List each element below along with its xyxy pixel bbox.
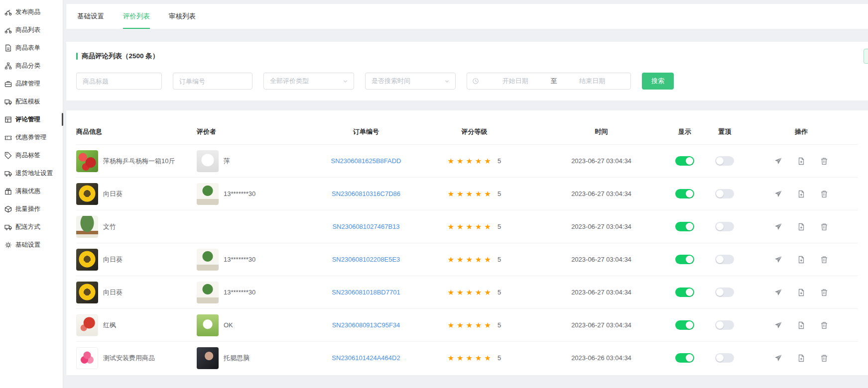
file-add-icon[interactable] xyxy=(797,289,805,296)
top-toggle[interactable] xyxy=(715,222,734,231)
show-toggle[interactable] xyxy=(675,288,694,297)
show-toggle[interactable] xyxy=(675,353,694,363)
delete-icon[interactable] xyxy=(820,157,828,165)
table-row: 文竹 SN2306081027467B13 ★★★★★5 2023-06-27 … xyxy=(76,210,858,243)
show-toggle[interactable] xyxy=(675,255,694,264)
top-toggle[interactable] xyxy=(715,288,734,297)
delete-icon[interactable] xyxy=(820,289,828,296)
order-number-link[interactable]: SN23060810316C7D86 xyxy=(332,190,400,197)
page-title: 商品评论列表（2500 条） xyxy=(82,52,159,61)
time-search-value: 是否搜索时间 xyxy=(372,77,410,86)
show-toggle[interactable] xyxy=(675,320,694,330)
row-actions xyxy=(744,289,858,296)
table-row: 红枫 OK SN2306080913C95F34 ★★★★★5 2023-06-… xyxy=(76,308,858,341)
col-top: 置顶 xyxy=(705,127,744,136)
sidebar-item-delivery-template[interactable]: 配送模板 xyxy=(0,93,63,110)
send-icon[interactable] xyxy=(774,157,782,165)
date-range-picker[interactable]: 开始日期 至 结束日期 xyxy=(467,73,631,90)
send-icon[interactable] xyxy=(774,321,782,329)
sidebar-item-coupon-manage[interactable]: 优惠券管理 xyxy=(0,128,63,146)
main-content: 基础设置 评价列表 审核列表 商品评论列表（2500 条） + 新 全部评价类型… xyxy=(63,0,868,388)
review-time: 2023-06-26 03:04:34 xyxy=(538,354,665,362)
product-category-icon xyxy=(4,62,12,70)
tab-basic-settings[interactable]: 基础设置 xyxy=(77,12,104,29)
delete-icon[interactable] xyxy=(820,321,828,329)
sidebar-item-publish-product[interactable]: 发布商品 xyxy=(0,3,63,21)
reviewer-cell: 13*******30 xyxy=(197,249,321,271)
sidebar-item-full-discount[interactable]: 满额优惠 xyxy=(0,182,63,200)
order-number-link[interactable]: SN2306081625B8FADD xyxy=(331,157,401,165)
reviewer-avatar xyxy=(197,183,219,205)
order-number-link[interactable]: SN2306081018BD7701 xyxy=(332,289,400,296)
col-product-info: 商品信息 xyxy=(76,127,197,136)
show-toggle[interactable] xyxy=(675,156,694,166)
start-date-input[interactable]: 开始日期 xyxy=(482,77,549,86)
order-number-link[interactable]: SN2306101424A464D2 xyxy=(332,354,400,362)
sidebar-item-basic-settings[interactable]: 基础设置 xyxy=(0,236,63,254)
file-add-icon[interactable] xyxy=(797,354,805,362)
tab-review-list[interactable]: 评价列表 xyxy=(123,12,150,29)
delete-icon[interactable] xyxy=(820,223,828,231)
tab-audit-list[interactable]: 审核列表 xyxy=(169,12,196,29)
file-add-icon[interactable] xyxy=(797,190,805,198)
sidebar-item-product-tag[interactable]: 商品标签 xyxy=(0,146,63,164)
sidebar-item-label: 优惠券管理 xyxy=(15,133,47,142)
sidebar-item-brand-manage[interactable]: 品牌管理 xyxy=(0,75,63,93)
send-icon[interactable] xyxy=(774,354,782,362)
file-add-icon[interactable] xyxy=(797,256,805,264)
sidebar-item-label: 基础设置 xyxy=(15,241,40,249)
show-toggle[interactable] xyxy=(675,189,694,198)
sidebar-item-comment-manage[interactable]: 评论管理 xyxy=(0,110,63,128)
send-icon[interactable] xyxy=(774,223,782,231)
sidebar-item-label: 商品表单 xyxy=(15,44,40,52)
send-icon[interactable] xyxy=(774,256,782,264)
sidebar-item-delivery-method[interactable]: 配送方式 xyxy=(0,218,63,236)
rating-value: 5 xyxy=(497,223,501,230)
star-rating: ★★★★★ xyxy=(448,157,494,165)
file-add-icon[interactable] xyxy=(797,223,805,231)
col-actions: 操作 xyxy=(744,127,858,136)
order-number-link[interactable]: SN2306080913C95F34 xyxy=(332,321,400,329)
file-add-icon[interactable] xyxy=(797,157,805,165)
rating-cell: ★★★★★5 xyxy=(411,157,538,165)
product-title-input[interactable] xyxy=(76,73,162,90)
order-number-link[interactable]: SN2306081027467B13 xyxy=(332,223,399,230)
add-review-button[interactable]: + 新 xyxy=(864,49,868,64)
top-toggle[interactable] xyxy=(715,320,734,330)
sidebar-item-product-list[interactable]: 商品列表 xyxy=(0,21,63,39)
show-toggle[interactable] xyxy=(675,222,694,231)
product-info-cell: 向日葵 xyxy=(76,249,197,271)
top-toggle[interactable] xyxy=(715,189,734,198)
sidebar-item-product-form[interactable]: 商品表单 xyxy=(0,39,63,57)
file-add-icon[interactable] xyxy=(797,321,805,329)
table-row: 萍杨梅乒乓杨梅一箱10斤 萍 SN2306081625B8FADD ★★★★★5… xyxy=(76,144,858,177)
top-toggle[interactable] xyxy=(715,255,734,264)
table-row: 测试安装费用商品 托腮思脑 SN2306101424A464D2 ★★★★★5 … xyxy=(76,341,858,374)
product-name: 文竹 xyxy=(103,222,116,231)
sidebar-item-product-category[interactable]: 商品分类 xyxy=(0,57,63,75)
sidebar-item-return-address[interactable]: 退货地址设置 xyxy=(0,164,63,182)
time-search-select[interactable]: 是否搜索时间 xyxy=(365,73,456,90)
delete-icon[interactable] xyxy=(820,354,828,362)
sidebar-item-batch-operation[interactable]: 批量操作 xyxy=(0,200,63,218)
top-toggle[interactable] xyxy=(715,353,734,363)
date-range-separator: 至 xyxy=(549,77,559,86)
rating-cell: ★★★★★5 xyxy=(411,256,538,263)
delete-icon[interactable] xyxy=(820,190,828,198)
star-rating: ★★★★★ xyxy=(448,321,494,329)
order-number-input[interactable] xyxy=(173,73,252,90)
review-time: 2023-06-27 03:04:34 xyxy=(538,289,665,296)
product-image xyxy=(76,216,98,238)
batch-operation-icon xyxy=(4,205,12,213)
end-date-input[interactable]: 结束日期 xyxy=(559,77,626,86)
review-type-select[interactable]: 全部评价类型 xyxy=(263,73,354,90)
delete-icon[interactable] xyxy=(820,256,828,264)
send-icon[interactable] xyxy=(774,190,782,198)
table-row: 向日葵 13*******30 SN230608102208E5E3 ★★★★★… xyxy=(76,243,858,276)
sidebar-item-label: 发布商品 xyxy=(15,8,40,16)
search-button[interactable]: 搜索 xyxy=(642,73,674,90)
send-icon[interactable] xyxy=(774,289,782,296)
top-toggle[interactable] xyxy=(715,156,734,166)
reviewer-cell: 13*******30 xyxy=(197,282,321,303)
order-number-link[interactable]: SN230608102208E5E3 xyxy=(332,256,400,263)
